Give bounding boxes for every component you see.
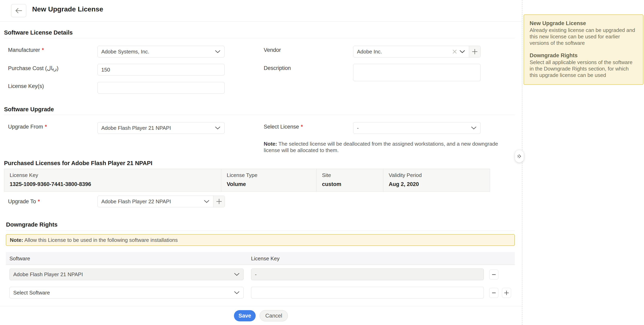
vendor-combobox[interactable]: Adobe Inc. bbox=[353, 46, 480, 57]
section-title-software-upgrade: Software Upgrade bbox=[4, 106, 54, 113]
collapse-panel-button[interactable] bbox=[515, 150, 524, 162]
chevron-down-icon bbox=[234, 291, 240, 294]
purchased-licenses-title: Purchased Licenses for Adobe Flash Playe… bbox=[4, 160, 152, 167]
select-license-select[interactable]: - bbox=[353, 122, 480, 134]
select-license-label: Select License* bbox=[264, 124, 303, 130]
purchased-licenses-table: License Key 1325-1009-9360-7441-3800-839… bbox=[4, 169, 490, 192]
remove-row-button-2[interactable] bbox=[489, 288, 498, 298]
downgrade-software-select-1[interactable]: Adobe Flash Player 21 NPAPI bbox=[10, 269, 244, 280]
chevron-down-icon bbox=[215, 126, 220, 130]
plus-icon bbox=[216, 198, 222, 205]
plus-icon bbox=[472, 49, 478, 55]
required-marker: * bbox=[301, 124, 303, 130]
vendor-label: Vendor bbox=[264, 47, 281, 53]
add-upgrade-to-button[interactable] bbox=[213, 196, 225, 207]
minus-icon bbox=[492, 274, 496, 275]
section-title-license-details: Software License Details bbox=[4, 29, 73, 36]
purchase-cost-input[interactable]: 150 bbox=[98, 64, 224, 75]
license-keys-label: License Key(s) bbox=[8, 83, 44, 89]
chevron-down-icon bbox=[234, 273, 240, 276]
help-item: New Upgrade License Already existing lic… bbox=[530, 20, 637, 46]
save-button[interactable]: Save bbox=[234, 310, 256, 322]
clear-icon[interactable] bbox=[452, 49, 457, 54]
manufacturer-select[interactable]: Adobe Systems, Inc. bbox=[98, 46, 224, 57]
description-textarea[interactable] bbox=[353, 64, 480, 81]
downgrade-table-header: Software License Key bbox=[6, 252, 515, 265]
downgrade-note: Note: Allow this License to be used in t… bbox=[6, 234, 515, 246]
required-marker: * bbox=[38, 198, 40, 205]
double-chevron-right-icon bbox=[517, 154, 522, 159]
deallocate-note: Note: The selected license will be deall… bbox=[264, 141, 514, 153]
cancel-button[interactable]: Cancel bbox=[260, 310, 288, 322]
table-cell: Site custom bbox=[316, 169, 383, 191]
arrow-left-icon bbox=[15, 8, 22, 14]
help-item-title: New Upgrade License bbox=[530, 20, 637, 26]
help-item-body: Select all applicable versions of the so… bbox=[530, 59, 637, 78]
back-button[interactable] bbox=[11, 4, 26, 17]
required-marker: * bbox=[42, 47, 44, 53]
plus-icon bbox=[504, 291, 509, 295]
help-item: Downgrade Rights Select all applicable v… bbox=[530, 52, 637, 78]
chevron-down-icon bbox=[471, 126, 476, 130]
minus-icon bbox=[492, 293, 496, 293]
help-item-body: Already existing license can be upgraded… bbox=[530, 27, 637, 46]
add-vendor-button[interactable] bbox=[469, 46, 480, 57]
section-divider bbox=[6, 231, 515, 231]
manufacturer-label: Manufacturer* bbox=[8, 47, 44, 53]
help-item-title: Downgrade Rights bbox=[530, 52, 637, 59]
section-title-downgrade-rights: Downgrade Rights bbox=[6, 221, 58, 228]
downgrade-license-key-input-1: - bbox=[251, 269, 484, 280]
header-divider bbox=[0, 21, 522, 22]
help-panel: New Upgrade License Already existing lic… bbox=[524, 14, 644, 85]
remove-row-button-1[interactable] bbox=[489, 270, 498, 280]
license-keys-input[interactable] bbox=[98, 82, 224, 94]
panel-divider bbox=[522, 0, 522, 325]
footer-divider bbox=[0, 306, 522, 306]
description-label: Description bbox=[264, 65, 291, 71]
section-divider bbox=[4, 115, 515, 115]
add-row-button[interactable] bbox=[502, 288, 511, 298]
section-divider bbox=[4, 38, 515, 38]
downgrade-license-key-input-2[interactable] bbox=[251, 287, 484, 299]
downgrade-software-select-2[interactable]: Select Software bbox=[10, 287, 244, 299]
chevron-down-icon bbox=[215, 50, 220, 53]
license-key-column-header: License Key bbox=[251, 256, 280, 262]
required-marker: * bbox=[45, 124, 47, 130]
table-cell: Validity Period Aug 2, 2020 bbox=[383, 169, 490, 191]
page-title: New Upgrade License bbox=[32, 5, 103, 13]
chevron-down-icon[interactable] bbox=[460, 50, 465, 53]
chevron-down-icon[interactable] bbox=[204, 200, 209, 203]
software-column-header: Software bbox=[10, 256, 30, 262]
upgrade-from-label: Upgrade From* bbox=[8, 124, 47, 130]
table-cell: License Type Volume bbox=[221, 169, 316, 191]
upgrade-to-select-group[interactable]: Adobe Flash Player 22 NPAPI bbox=[98, 196, 225, 207]
table-cell: License Key 1325-1009-9360-7441-3800-839… bbox=[4, 169, 221, 191]
upgrade-to-label: Upgrade To* bbox=[8, 198, 40, 205]
purchase-cost-label: Purchase Cost (ريال) bbox=[8, 65, 58, 71]
upgrade-from-select[interactable]: Adobe Flash Player 21 NPAPI bbox=[98, 122, 224, 134]
